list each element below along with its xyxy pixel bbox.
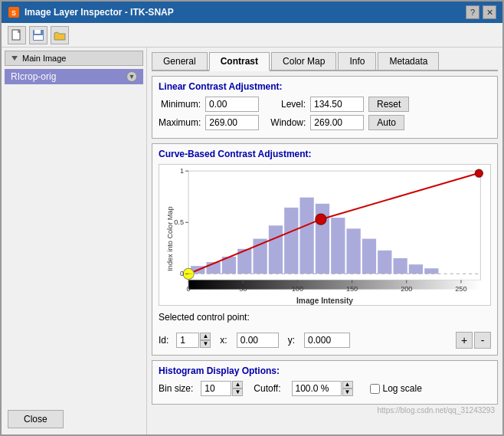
tabs: General Contrast Color Map Info Metadata [152, 52, 498, 71]
x-input[interactable] [237, 333, 279, 348]
id-spinner-buttons: ▲ ▼ [200, 333, 211, 348]
collapse-icon [10, 54, 19, 63]
sidebar-item-main[interactable]: RIcrop-orig ▼ [5, 69, 143, 84]
svg-rect-15 [269, 225, 283, 274]
level-input[interactable] [310, 97, 364, 112]
bin-size-spinner: ▲ ▼ [201, 381, 243, 396]
minimum-input[interactable] [205, 97, 259, 112]
help-button[interactable]: ? [466, 5, 479, 19]
control-point-row: Selected control point: Id: ▲ ▼ x: y: [159, 309, 491, 352]
svg-text:1: 1 [180, 167, 184, 175]
chart-area[interactable]: Index into Color Map [159, 164, 491, 306]
curve-contrast-section: Curve-Based Contrast Adjustment: Index i… [152, 143, 498, 356]
close-window-button[interactable]: ✕ [483, 5, 496, 19]
selected-cp-label: Selected control point: [159, 312, 491, 323]
maximum-input[interactable] [205, 115, 259, 130]
y-label: y: [288, 335, 295, 346]
minimum-label: Minimum: [159, 99, 201, 110]
sidebar-item-close[interactable]: ▼ [126, 71, 137, 82]
svg-text:200: 200 [401, 285, 412, 293]
sidebar-header-label: Main Image [22, 54, 66, 63]
minus-button[interactable]: - [474, 332, 491, 349]
id-down-button[interactable]: ▼ [200, 340, 211, 348]
window-input[interactable] [310, 115, 364, 130]
histogram-section: Histogram Display Options: Bin size: ▲ ▼… [152, 360, 498, 405]
log-scale-checkbox[interactable] [370, 384, 380, 394]
sidebar-item-label: RIcrop-orig [11, 71, 56, 82]
maximum-label: Maximum: [159, 117, 201, 128]
bin-size-label: Bin size: [159, 383, 193, 394]
svg-text:0: 0 [187, 285, 191, 293]
svg-rect-17 [299, 198, 313, 274]
content-area: Main Image RIcrop-orig ▼ Close General C… [2, 48, 502, 434]
svg-rect-16 [284, 208, 298, 274]
watermark: https://blog.csdn.net/qq_31243293 [152, 405, 498, 416]
save-button[interactable] [29, 26, 47, 44]
svg-rect-23 [393, 258, 407, 274]
svg-rect-5 [34, 35, 43, 40]
cutoff-label: Cutoff: [254, 383, 280, 394]
tab-metadata[interactable]: Metadata [378, 52, 439, 70]
svg-text:0.5: 0.5 [174, 218, 184, 226]
plus-minus-group: + - [456, 332, 491, 349]
y-input[interactable] [304, 333, 350, 348]
window-label: Window: [263, 117, 306, 128]
svg-text:50: 50 [239, 285, 247, 293]
cutoff-spinner-buttons: ▲ ▼ [342, 381, 353, 396]
sidebar-header: Main Image [5, 51, 143, 66]
chart-svg: Index into Color Map [159, 165, 490, 305]
svg-rect-4 [34, 30, 41, 34]
open-button[interactable] [51, 26, 69, 44]
svg-text:100: 100 [292, 285, 303, 293]
cutoff-up-button[interactable]: ▲ [342, 381, 353, 388]
svg-rect-9 [188, 280, 480, 289]
histogram-options-row: Bin size: ▲ ▼ Cutoff: ▲ ▼ [159, 381, 491, 396]
x-label: x: [220, 335, 227, 346]
svg-marker-6 [11, 56, 18, 61]
id-spinner: ▲ ▼ [176, 333, 211, 348]
svg-text:150: 150 [346, 285, 358, 293]
svg-rect-20 [346, 228, 360, 274]
log-scale-label[interactable]: Log scale [370, 383, 422, 394]
svg-rect-24 [409, 264, 423, 274]
save-icon [32, 29, 44, 41]
tab-general[interactable]: General [152, 52, 208, 70]
title-buttons: ? ✕ [466, 5, 496, 19]
control-point-2[interactable] [316, 214, 326, 225]
svg-text:Index into Color Map: Index into Color Map [166, 206, 174, 270]
log-scale-text: Log scale [383, 383, 422, 394]
plus-button[interactable]: + [456, 332, 473, 349]
cutoff-down-button[interactable]: ▼ [342, 388, 353, 396]
app-icon: S [8, 6, 20, 18]
tab-contrast[interactable]: Contrast [209, 52, 270, 71]
svg-text:250: 250 [455, 285, 466, 293]
tab-colormap[interactable]: Color Map [271, 52, 336, 70]
minimum-row: Minimum: Level: Reset [159, 97, 491, 112]
sidebar: Main Image RIcrop-orig ▼ Close [2, 48, 147, 434]
title-bar: S Image Layer Inspector - ITK-SNAP ? ✕ [2, 2, 502, 23]
id-input[interactable] [176, 333, 199, 348]
open-icon [54, 29, 66, 41]
close-button[interactable]: Close [8, 410, 64, 428]
linear-contrast-section: Linear Contrast Adjustment: Minimum: Lev… [152, 76, 498, 139]
control-point-3[interactable] [475, 169, 483, 177]
title-bar-left: S Image Layer Inspector - ITK-SNAP [8, 6, 174, 18]
new-button[interactable] [8, 26, 26, 44]
tab-info[interactable]: Info [338, 52, 376, 70]
cutoff-input[interactable] [292, 381, 342, 396]
linear-contrast-title: Linear Contrast Adjustment: [159, 81, 491, 92]
cutoff-spinner: ▲ ▼ [292, 381, 353, 396]
bin-size-input[interactable] [201, 381, 231, 396]
maximum-row: Maximum: Window: Auto [159, 115, 491, 130]
bin-size-up-button[interactable]: ▲ [232, 381, 243, 388]
curve-contrast-title: Curve-Based Contrast Adjustment: [159, 149, 491, 159]
auto-button[interactable]: Auto [368, 115, 404, 130]
bin-size-down-button[interactable]: ▼ [232, 388, 243, 396]
svg-text:0: 0 [180, 270, 184, 277]
id-up-button[interactable]: ▲ [200, 333, 211, 340]
sidebar-footer: Close [2, 84, 146, 434]
main-panel: General Contrast Color Map Info Metadata… [147, 48, 502, 434]
reset-button[interactable]: Reset [368, 97, 409, 112]
new-icon [11, 29, 23, 41]
svg-rect-21 [362, 239, 376, 274]
